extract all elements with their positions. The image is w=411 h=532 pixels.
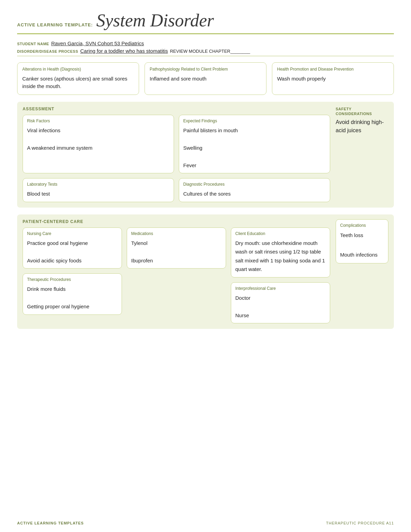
pcc-grid: Nursing Care Practice good oral hygieneA… <box>23 227 330 324</box>
review-label: REVIEW MODULE CHAPTER________ <box>170 49 250 54</box>
page: ACTIVE LEARNING TEMPLATE: System Disorde… <box>0 0 411 532</box>
medications-label: Medications <box>131 231 222 236</box>
pcc-col-2: Medications TylenolIbuprofen <box>127 227 226 324</box>
nursing-care-label: Nursing Care <box>27 231 117 236</box>
expected-findings-content: Painful blisters in mouthSwellingFever <box>183 126 326 170</box>
assessment-main-area: ASSESSMENT Risk Factors Viral infections… <box>23 107 330 202</box>
assessment-grid: Risk Factors Viral infectionsA weakened … <box>23 115 330 202</box>
footer: ACTIVE LEARNING TEMPLATES THERAPEUTIC PR… <box>17 521 394 525</box>
pathophysiology-box: Pathophysiology Related to Client Proble… <box>145 62 266 95</box>
medications-box: Medications TylenolIbuprofen <box>127 227 226 269</box>
complications-area: Complications Teeth lossMouth infections <box>330 219 388 324</box>
pcc-col-1: Nursing Care Practice good oral hygieneA… <box>23 227 122 324</box>
safety-label: SAFETY CONSIDERATIONS <box>336 107 388 116</box>
pcc-header: PATIENT-CENTERED CARE <box>23 219 330 224</box>
health-promotion-content: Wash mouth properly <box>277 75 389 83</box>
student-name-row: STUDENT NAME Raven Garcia, SVN Cohort 53… <box>17 40 394 46</box>
therapeutic-procedures-label: Therapeutic Procedures <box>27 277 117 282</box>
lab-tests-label: Laboratory Tests <box>27 182 170 187</box>
alterations-content: Canker sores (apthous ulcers) are small … <box>22 75 134 90</box>
interprofessional-care-content: DoctorNurse <box>235 294 326 320</box>
complications-content: Teeth lossMouth infections <box>340 231 384 260</box>
student-info: STUDENT NAME Raven Garcia, SVN Cohort 53… <box>17 40 394 54</box>
alterations-box: Alterations in Health (Diagnosis) Canker… <box>17 62 139 95</box>
client-education-label: Client Education <box>235 231 326 236</box>
pcc-col-3: Client Education Dry mouth: use chlorhex… <box>231 227 330 324</box>
pathophysiology-label: Pathophysiology Related to Client Proble… <box>150 67 261 72</box>
therapeutic-procedures-content: Drink more fluidsGetting proper oral hyg… <box>27 285 117 311</box>
safety-considerations-area: SAFETY CONSIDERATIONS Avoid drinking hig… <box>330 107 388 202</box>
safety-content: Avoid drinking high-acid juices <box>336 118 388 135</box>
health-promotion-label: Health Promotion and Disease Prevention <box>277 67 389 72</box>
expected-findings-label: Expected Findings <box>183 119 326 123</box>
therapeutic-procedures-box: Therapeutic Procedures Drink more fluids… <box>23 273 122 315</box>
page-title: System Disorder <box>96 10 214 30</box>
assessment-header: ASSESSMENT <box>23 107 330 111</box>
footer-left: ACTIVE LEARNING TEMPLATES <box>17 521 84 525</box>
risk-factors-label: Risk Factors <box>27 119 170 123</box>
disorder-value: Caring for a toddler who has stomatitis <box>80 48 168 54</box>
complications-box: Complications Teeth lossMouth infections <box>336 219 388 264</box>
medications-content: TylenolIbuprofen <box>131 239 222 265</box>
nursing-care-box: Nursing Care Practice good oral hygieneA… <box>23 227 122 269</box>
client-education-box: Client Education Dry mouth: use chlorhex… <box>231 227 330 277</box>
footer-right: THERAPEUTIC PROCEDURE A11 <box>326 521 394 525</box>
client-education-content: Dry mouth: use chlorhexidine mouth wash … <box>235 239 326 274</box>
student-name-label: STUDENT NAME <box>17 42 49 46</box>
diagnostic-procedures-label: Diagnostic Procedures <box>183 182 326 187</box>
top-boxes: Alterations in Health (Diagnosis) Canker… <box>17 62 394 95</box>
risk-factors-content: Viral infectionsA weakened immune system <box>27 126 170 152</box>
diagnostic-procedures-content: Cultures of the sores <box>183 189 326 198</box>
expected-findings-box: Expected Findings Painful blisters in mo… <box>179 115 330 174</box>
risk-factors-box: Risk Factors Viral infectionsA weakened … <box>23 115 174 174</box>
lab-tests-box: Laboratory Tests Blood test <box>23 178 174 202</box>
interprofessional-care-box: Interprofessional Care DoctorNurse <box>231 282 330 324</box>
health-promotion-box: Health Promotion and Disease Prevention … <box>272 62 394 95</box>
pathophysiology-content: Inflamed and sore mouth <box>150 75 261 83</box>
diagnostic-procedures-box: Diagnostic Procedures Cultures of the so… <box>179 178 330 202</box>
disorder-row: DISORDER/DISEASE PROCESS Caring for a to… <box>17 48 394 54</box>
pcc-section: PATIENT-CENTERED CARE Nursing Care Pract… <box>17 214 394 329</box>
nursing-care-content: Practice good oral hygieneAvoid acidic s… <box>27 239 117 265</box>
section-divider <box>17 56 394 56</box>
disorder-label: DISORDER/DISEASE PROCESS <box>17 49 78 53</box>
complications-label: Complications <box>340 223 384 228</box>
alterations-label: Alterations in Health (Diagnosis) <box>22 67 134 72</box>
pcc-main-area: PATIENT-CENTERED CARE Nursing Care Pract… <box>23 219 330 324</box>
header-divider <box>17 33 394 34</box>
lab-tests-content: Blood test <box>27 189 170 198</box>
active-learning-label: ACTIVE LEARNING TEMPLATE: <box>17 22 93 27</box>
assessment-section: ASSESSMENT Risk Factors Viral infections… <box>17 102 394 208</box>
student-name-value: Raven Garcia, SVN Cohort 53 Pediatrics <box>51 40 144 46</box>
interprofessional-care-label: Interprofessional Care <box>235 286 326 291</box>
header: ACTIVE LEARNING TEMPLATE: System Disorde… <box>17 10 394 32</box>
